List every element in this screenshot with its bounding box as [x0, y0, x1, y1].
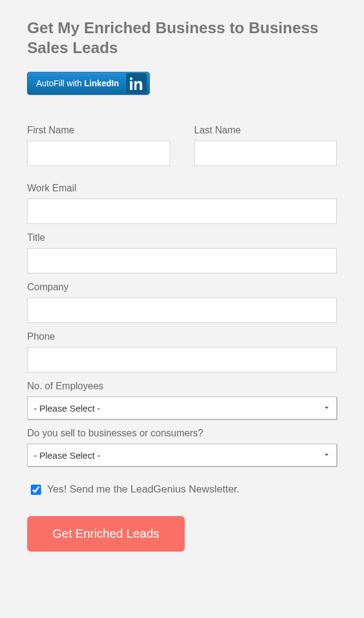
- first-name-field[interactable]: [27, 141, 170, 166]
- last-name-label: Last Name: [194, 125, 337, 136]
- linkedin-prefix: AutoFill with: [36, 78, 81, 88]
- work-email-field[interactable]: [27, 199, 337, 224]
- employees-select[interactable]: - Please Select -: [27, 397, 337, 419]
- newsletter-checkbox[interactable]: [31, 485, 41, 495]
- title-label: Title: [27, 232, 337, 243]
- linkedin-brand: LinkedIn: [84, 78, 119, 88]
- autofill-linkedin-button[interactable]: AutoFill with LinkedIn: [27, 72, 150, 95]
- submit-button[interactable]: Get Enriched Leads: [27, 516, 185, 552]
- company-label: Company: [27, 282, 337, 293]
- page-title: Get My Enriched Business to Business Sal…: [27, 18, 337, 57]
- company-field[interactable]: [27, 298, 337, 323]
- employees-label: No. of Employees: [27, 381, 337, 392]
- phone-field[interactable]: [27, 347, 337, 372]
- first-name-label: First Name: [27, 125, 170, 136]
- work-email-label: Work Email: [27, 183, 337, 194]
- newsletter-label[interactable]: Yes! Send me the LeadGenius Newsletter.: [47, 483, 240, 495]
- sell-to-select[interactable]: - Please Select -: [27, 444, 337, 467]
- last-name-field[interactable]: [194, 141, 337, 166]
- linkedin-icon: [126, 73, 147, 94]
- phone-label: Phone: [27, 331, 337, 342]
- title-field[interactable]: [27, 248, 337, 273]
- sell-to-label: Do you sell to businesses or consumers?: [27, 428, 337, 439]
